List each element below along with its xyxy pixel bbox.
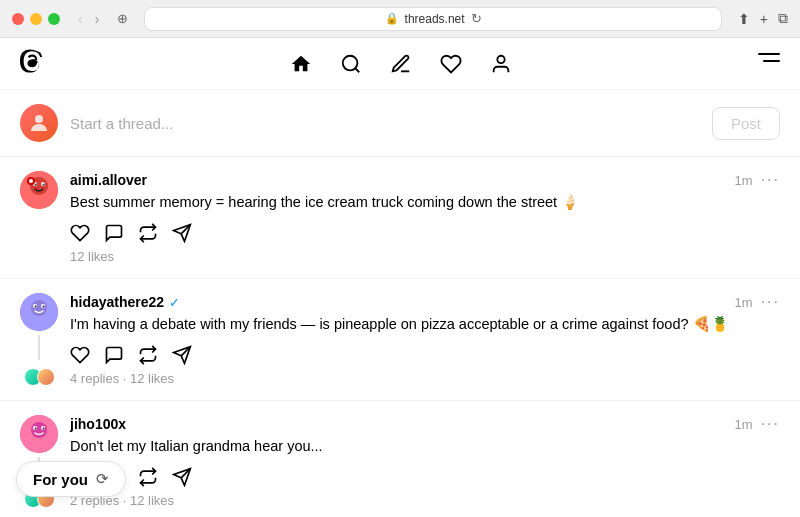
post-actions [70, 223, 780, 243]
post-header: hidayathere22 ✓ 1m ··· [70, 293, 780, 311]
more-options-button[interactable]: ··· [761, 293, 780, 311]
post-text: Don't let my Italian grandma hear you... [70, 436, 780, 457]
address-bar[interactable]: 🔒 threads.net ↻ [144, 7, 721, 31]
svg-point-11 [43, 184, 45, 186]
browser-actions: ⬆ + ⧉ [738, 10, 788, 27]
post-header-right: 1m ··· [735, 293, 780, 311]
post-content: hidayathere22 ✓ 1m ··· I'm having a deba… [70, 293, 780, 386]
back-button[interactable]: ‹ [74, 9, 87, 29]
profile-icon[interactable] [490, 53, 512, 75]
repost-button[interactable] [138, 223, 158, 243]
avatar [20, 293, 58, 331]
thread-connector-line [38, 335, 40, 360]
post-username[interactable]: aimi.allover [70, 172, 147, 188]
reload-icon: ↻ [471, 11, 482, 26]
verified-badge: ✓ [169, 295, 180, 310]
post-stats: 4 replies · 12 likes [70, 371, 780, 386]
post-item: aimi.allover 1m ··· Best summer memory =… [0, 157, 800, 279]
hamburger-menu-icon[interactable] [758, 53, 780, 74]
post-timestamp: 1m [735, 173, 753, 188]
reply-avatar [37, 368, 55, 386]
share-button[interactable] [172, 467, 192, 487]
svg-rect-3 [763, 60, 780, 62]
svg-point-4 [35, 115, 43, 123]
new-tab-icon[interactable]: + [760, 11, 768, 27]
for-you-label: For you [33, 471, 88, 488]
svg-rect-2 [758, 53, 780, 55]
like-button[interactable] [70, 223, 90, 243]
minimize-button[interactable] [30, 13, 42, 25]
post-content: aimi.allover 1m ··· Best summer memory =… [70, 171, 780, 264]
share-button[interactable] [172, 345, 192, 365]
post-header-left: aimi.allover [70, 172, 147, 188]
repost-button[interactable] [138, 345, 158, 365]
post-actions [70, 467, 780, 487]
close-button[interactable] [12, 13, 24, 25]
post-button[interactable]: Post [712, 107, 780, 140]
post-stats: 2 replies · 12 likes [70, 493, 780, 508]
post-actions [70, 345, 780, 365]
more-options-button[interactable]: ··· [761, 171, 780, 189]
url-text: threads.net [405, 12, 465, 26]
svg-point-25 [31, 422, 47, 438]
post-text: I'm having a debate with my friends — is… [70, 314, 780, 335]
share-button[interactable] [172, 223, 192, 243]
avatar [20, 415, 58, 453]
svg-point-20 [35, 306, 37, 308]
share-icon[interactable]: ⬆ [738, 11, 750, 27]
thread-composer: Start a thread... Post [0, 90, 800, 157]
repost-button[interactable] [138, 467, 158, 487]
browser-navigation: ‹ › [74, 9, 103, 29]
post-timestamp: 1m [735, 417, 753, 432]
tabs-icon[interactable]: ⧉ [778, 10, 788, 27]
lock-icon: 🔒 [385, 12, 399, 25]
heart-icon[interactable] [440, 53, 462, 75]
post-header-left: jiho100x [70, 416, 126, 432]
more-options-button[interactable]: ··· [761, 415, 780, 433]
traffic-lights [12, 13, 60, 25]
post-header-left: hidayathere22 ✓ [70, 294, 180, 310]
post-header: jiho100x 1m ··· [70, 415, 780, 433]
app-container: Start a thread... Post [0, 38, 800, 517]
svg-point-13 [29, 179, 33, 183]
main-content: Start a thread... Post [0, 90, 800, 517]
post-username[interactable]: hidayathere22 [70, 294, 164, 310]
compose-icon[interactable] [390, 53, 412, 75]
for-you-bar[interactable]: For you ⟳ [16, 461, 126, 497]
refresh-icon: ⟳ [96, 470, 109, 488]
post-content: jiho100x 1m ··· Don't let my Italian gra… [70, 415, 780, 508]
fullscreen-button[interactable] [48, 13, 60, 25]
top-navigation [0, 38, 800, 90]
avatar [20, 171, 58, 209]
svg-point-1 [497, 55, 504, 62]
like-button[interactable] [70, 345, 90, 365]
search-icon[interactable] [340, 53, 362, 75]
svg-point-28 [35, 428, 37, 430]
composer-avatar [20, 104, 58, 142]
post-item: hidayathere22 ✓ 1m ··· I'm having a deba… [0, 279, 800, 401]
post-left-column [20, 171, 58, 264]
svg-point-21 [43, 306, 45, 308]
svg-point-17 [31, 300, 47, 316]
svg-point-0 [343, 55, 358, 70]
post-header-right: 1m ··· [735, 415, 780, 433]
post-item: jiho100x 1m ··· Don't let my Italian gra… [0, 401, 800, 517]
browser-chrome: ‹ › ⊕ 🔒 threads.net ↻ ⬆ + ⧉ [0, 0, 800, 38]
svg-point-29 [43, 428, 45, 430]
reply-avatars [24, 368, 55, 386]
post-stats: 12 likes [70, 249, 780, 264]
post-header-right: 1m ··· [735, 171, 780, 189]
post-header: aimi.allover 1m ··· [70, 171, 780, 189]
post-username[interactable]: jiho100x [70, 416, 126, 432]
home-icon[interactable] [290, 53, 312, 75]
privacy-shield-icon: ⊕ [117, 11, 128, 26]
post-left-column [20, 293, 58, 386]
reply-button[interactable] [104, 223, 124, 243]
post-text: Best summer memory = hearing the ice cre… [70, 192, 780, 213]
reply-button[interactable] [104, 345, 124, 365]
svg-point-10 [35, 184, 37, 186]
post-timestamp: 1m [735, 295, 753, 310]
forward-button[interactable]: › [91, 9, 104, 29]
threads-logo[interactable] [20, 49, 44, 79]
thread-composer-placeholder[interactable]: Start a thread... [70, 115, 700, 132]
